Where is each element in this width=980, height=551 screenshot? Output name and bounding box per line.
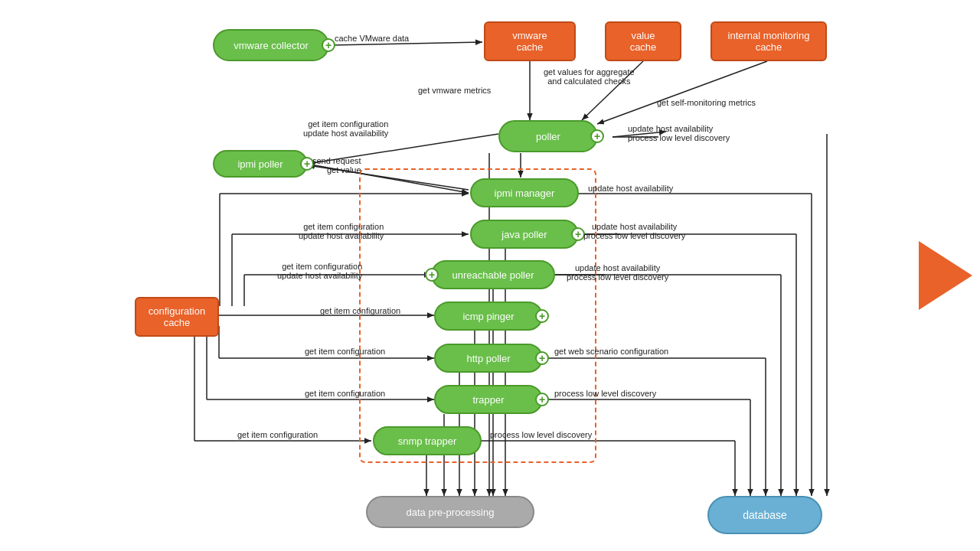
http-poller-plus: + <box>535 351 549 365</box>
data-preprocessing-label: data pre-processing <box>407 507 495 518</box>
label-get-vmware-metrics: get vmware metrics <box>418 86 491 95</box>
label-self-monitoring: get self-monitoring metrics <box>657 98 756 107</box>
label-get-item-java: get item configurationupdate host availa… <box>299 222 384 240</box>
trapper-node: trapper + <box>434 385 543 414</box>
label-process-lld-snmp: process low level discovery <box>490 430 592 439</box>
label-update-host-unreachable: update host availabilityprocess low leve… <box>567 263 668 282</box>
icmp-pinger-label: icmp pinger <box>462 311 514 322</box>
http-poller-node: http poller + <box>434 344 543 373</box>
ipmi-manager-label: ipmi manager <box>495 187 555 199</box>
label-update-host-poller: update host availabilityprocess low leve… <box>628 124 730 142</box>
label-get-item-unreachable: get item configurationupdate host availa… <box>277 262 362 280</box>
unreachable-poller-label: unreachable poller <box>452 269 534 281</box>
label-get-item-trapper: get item configuration <box>305 389 385 398</box>
ipmi-manager-node: ipmi manager <box>470 178 579 207</box>
database-node: database <box>707 496 822 534</box>
vmware-collector-plus: + <box>322 38 335 52</box>
internal-monitoring-cache-node: internal monitoring cache <box>710 21 827 61</box>
icmp-pinger-node: icmp pinger + <box>434 302 543 331</box>
poller-label: poller <box>536 131 560 142</box>
vmware-collector-label: vmware collector <box>234 40 309 51</box>
snmp-trapper-node: snmp trapper <box>373 426 482 455</box>
diagram: vmware collector + vmware cache value ca… <box>0 0 980 551</box>
label-update-host-java: update host availabilityprocess low leve… <box>583 222 685 240</box>
big-red-arrow <box>919 241 972 310</box>
internal-monitoring-cache-label: internal monitoring cache <box>728 30 810 53</box>
trapper-label: trapper <box>472 394 504 406</box>
java-poller-label: java poller <box>501 229 547 240</box>
vmware-cache-label: vmware cache <box>512 30 547 53</box>
unreachable-poller-plus: + <box>425 268 439 282</box>
label-get-item-http: get item configuration <box>305 347 385 356</box>
label-get-item-icmp: get item configuration <box>320 306 400 315</box>
label-update-host-ipmi: update host availability <box>588 184 673 193</box>
vmware-collector-node: vmware collector + <box>213 29 329 61</box>
value-cache-node: value cache <box>605 21 681 61</box>
vmware-cache-node: vmware cache <box>484 21 576 61</box>
label-get-item-snmp: get item configuration <box>237 430 318 439</box>
label-cache-vmware: cache VMware data <box>335 34 409 43</box>
configuration-cache-label: configuration cache <box>149 305 205 328</box>
label-process-lld-trapper: process low level discovery <box>554 389 656 398</box>
value-cache-label: value cache <box>630 30 657 53</box>
database-label: database <box>743 509 787 521</box>
java-poller-node: java poller + <box>470 220 579 249</box>
data-preprocessing-node: data pre-processing <box>366 496 534 528</box>
unreachable-poller-node: unreachable poller + <box>431 260 555 289</box>
poller-node: poller + <box>498 120 598 152</box>
ipmi-poller-node: ipmi poller + <box>213 150 308 178</box>
label-get-values: get values for aggregateand calculated c… <box>544 67 635 86</box>
poller-plus: + <box>590 129 604 143</box>
ipmi-poller-label: ipmi poller <box>237 158 283 170</box>
configuration-cache-node: configuration cache <box>135 297 219 337</box>
label-send-request: send requestget value <box>312 156 361 174</box>
label-web-scenario: get web scenario configuration <box>554 347 668 356</box>
snmp-trapper-label: snmp trapper <box>398 435 457 447</box>
icmp-pinger-plus: + <box>535 309 549 323</box>
trapper-plus: + <box>535 393 549 406</box>
http-poller-label: http poller <box>466 353 510 364</box>
label-get-item-config-poller: get item configurationupdate host availa… <box>303 119 388 138</box>
